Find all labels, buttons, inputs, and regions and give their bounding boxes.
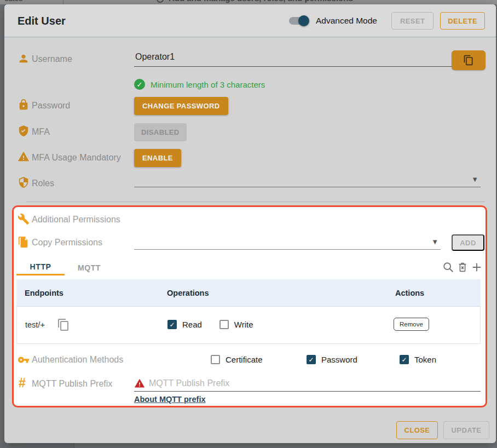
background-info-icon: [157, 0, 164, 3]
username-input[interactable]: [134, 50, 481, 67]
background-divider: [63, 0, 63, 4]
hash-icon: #: [19, 376, 26, 390]
warning-icon: [18, 151, 30, 163]
delete-button[interactable]: DELETE: [440, 12, 485, 30]
password-auth-label: Password: [321, 355, 357, 364]
table-header-row: Endpoints Operations Actions: [16, 279, 481, 307]
permissions-table: Endpoints Operations Actions test/+ Read…: [16, 279, 481, 344]
tab-http[interactable]: HTTP: [16, 260, 65, 275]
delete-all-icon[interactable]: [456, 261, 469, 273]
mfa-enable-button[interactable]: ENABLE: [134, 149, 181, 167]
read-checkbox[interactable]: [167, 320, 177, 329]
shield-check-icon: [18, 125, 30, 137]
token-option: Token: [400, 355, 436, 364]
dimmed-background-top: cates Add and manage users, roles, and p…: [0, 0, 497, 4]
column-actions: Actions: [395, 279, 424, 307]
dialog-title: Edit User: [18, 4, 66, 37]
add-row-icon[interactable]: [471, 261, 483, 273]
reset-button[interactable]: RESET: [391, 12, 434, 30]
certificate-checkbox[interactable]: [211, 355, 220, 364]
key-icon: [18, 354, 30, 366]
dialog-header-actions: Advanced Mode RESET DELETE: [288, 4, 485, 37]
endpoint-value: test/+: [25, 307, 45, 343]
toggle-thumb: [298, 15, 309, 26]
operations-group: Read Write: [167, 320, 253, 329]
dialog-header: Edit User Advanced Mode RESET DELETE: [4, 4, 496, 37]
password-checkbox[interactable]: [307, 355, 316, 364]
username-label: Username: [32, 54, 72, 64]
column-operations: Operations: [167, 279, 209, 307]
password-label: Password: [32, 101, 70, 111]
section-divider: [26, 202, 485, 202]
mqtt-prefix-label: MQTT Publish Prefix: [32, 379, 112, 389]
mfa-label: MFA: [32, 127, 50, 137]
chevron-down-icon: ▼: [431, 238, 438, 246]
copy-permissions-select[interactable]: ▼: [134, 236, 441, 250]
column-endpoints: Endpoints: [25, 279, 63, 307]
add-permission-button[interactable]: ADD: [452, 234, 484, 251]
mfa-mandatory-label: MFA Usage Mandatory: [32, 153, 121, 163]
password-option: Password: [307, 355, 357, 364]
advanced-mode-toggle[interactable]: [288, 15, 308, 26]
chevron-down-icon: ▼: [471, 175, 478, 183]
error-warning-icon: [134, 378, 145, 389]
update-button[interactable]: UPDATE: [443, 421, 489, 439]
copy-icon: [463, 55, 474, 66]
tab-mqtt[interactable]: MQTT: [66, 260, 113, 275]
copy-endpoint-icon[interactable]: [57, 318, 70, 331]
roles-select[interactable]: ▼: [134, 173, 481, 187]
token-checkbox[interactable]: [400, 355, 409, 364]
lock-icon: [18, 99, 30, 111]
copy-permissions-label: Copy Permissions: [32, 238, 102, 248]
certificate-option: Certificate: [211, 355, 263, 364]
additional-permissions-label: Additional Permissions: [32, 215, 120, 225]
user-icon: [18, 53, 30, 65]
write-label: Write: [234, 320, 253, 329]
wrench-icon: [18, 213, 30, 225]
username-validation: ✓ Minimum length of 3 characters: [134, 79, 265, 90]
mqtt-prefix-input[interactable]: [149, 377, 477, 390]
advanced-mode-label: Advanced Mode: [316, 16, 377, 26]
copy-username-button[interactable]: [452, 50, 486, 70]
copy-permissions-icon: [18, 236, 30, 248]
roles-shield-icon: [18, 176, 30, 188]
about-mqtt-prefix-link[interactable]: About MQTT prefix: [134, 395, 206, 404]
background-divider-bottom: [74, 443, 74, 448]
read-label: Read: [182, 320, 202, 329]
roles-label: Roles: [32, 179, 54, 188]
check-circle-icon: ✓: [134, 79, 145, 90]
close-button[interactable]: CLOSE: [396, 421, 438, 439]
change-password-button[interactable]: CHANGE PASSWORD: [134, 97, 228, 115]
background-sidebar-fragment: cates: [4, 0, 22, 3]
background-sidebar-shade: [0, 443, 74, 448]
additional-permissions-highlight-box: Additional Permissions Copy Permissions …: [12, 205, 487, 407]
background-banner-text: Add and manage users, roles, and permiss…: [169, 0, 353, 3]
dimmed-background-bottom: [0, 443, 497, 448]
token-label: Token: [414, 355, 436, 364]
table-row: test/+ Read Write Remove: [16, 307, 481, 344]
mqtt-prefix-underline: [134, 391, 481, 392]
validation-text: Minimum length of 3 characters: [151, 80, 265, 89]
certificate-label: Certificate: [226, 355, 263, 364]
remove-button[interactable]: Remove: [394, 318, 429, 331]
search-icon[interactable]: [442, 261, 454, 273]
write-checkbox[interactable]: [219, 320, 229, 329]
screen: cates Add and manage users, roles, and p…: [0, 0, 497, 448]
edit-user-dialog: Edit User Advanced Mode RESET DELETE Use…: [4, 4, 496, 443]
auth-methods-label: Authentication Methods: [32, 355, 123, 365]
mfa-disabled-button[interactable]: DISABLED: [134, 123, 187, 141]
